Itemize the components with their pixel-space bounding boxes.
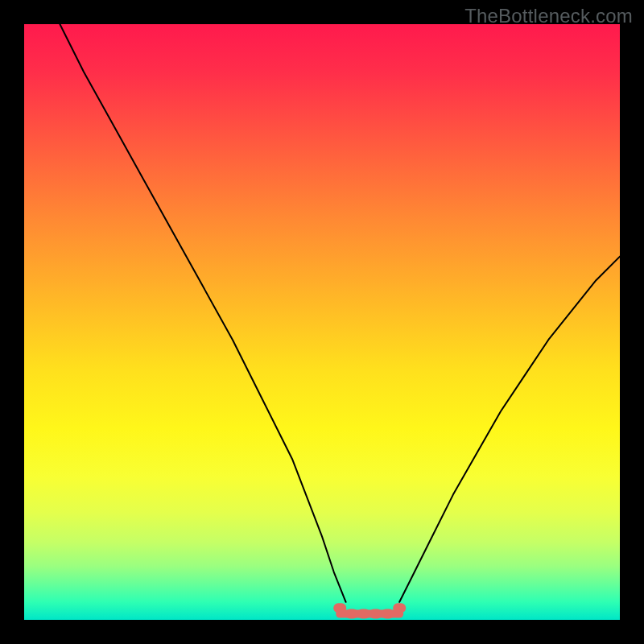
watermark-text: TheBottleneck.com (464, 5, 633, 27)
right-curve (399, 257, 620, 602)
chart-frame: TheBottleneck.com (0, 0, 644, 644)
left-curve (60, 24, 345, 602)
chart-plot-area (24, 24, 620, 620)
chart-curves-svg (24, 24, 620, 620)
